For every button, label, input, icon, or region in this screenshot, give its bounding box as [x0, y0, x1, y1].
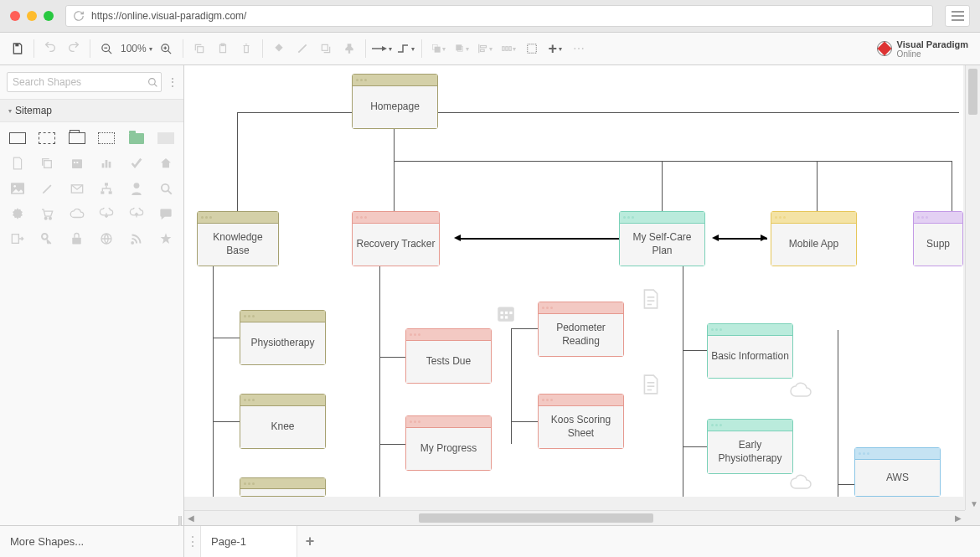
shape-user-icon[interactable] [127, 181, 146, 196]
svg-rect-19 [456, 44, 462, 50]
shape-cart-icon[interactable] [39, 206, 57, 221]
shape-exit-icon[interactable] [8, 231, 27, 246]
node-koos[interactable]: Koos Scoring Sheet [538, 394, 624, 449]
shape-home-icon[interactable] [157, 156, 176, 171]
shape-image-icon[interactable] [8, 181, 27, 196]
shape-gear-icon[interactable] [8, 206, 27, 221]
redo-icon[interactable] [63, 38, 85, 59]
paste-icon[interactable] [212, 38, 234, 59]
shape-key-icon[interactable] [39, 231, 57, 246]
connection-style-icon[interactable]: ▾ [371, 38, 393, 59]
to-back-icon[interactable]: ▾ [451, 38, 472, 59]
shape-sitemap-icon[interactable] [98, 181, 116, 196]
node-recovery-tracker[interactable]: Recovery Tracker [352, 211, 440, 266]
search-icon[interactable] [147, 77, 158, 88]
add-page-icon[interactable]: + [297, 533, 322, 550]
tab-handle-icon[interactable]: ⋮ [184, 526, 201, 557]
node-physiotherapy[interactable]: Physiotherapy [240, 310, 326, 365]
node-knee[interactable]: Knee [240, 394, 326, 449]
svg-rect-24 [502, 47, 503, 51]
url-bar[interactable] [65, 5, 933, 27]
shape-dotted-rect-icon[interactable] [98, 131, 116, 146]
node-my-progress[interactable]: My Progress [405, 415, 492, 471]
url-input[interactable] [91, 10, 926, 22]
minimize-window-icon[interactable] [27, 11, 37, 21]
shape-folder-icon[interactable] [127, 131, 146, 146]
shape-comment-icon[interactable] [157, 206, 176, 221]
close-window-icon[interactable] [10, 11, 20, 21]
horizontal-scrollbar[interactable]: ◀ ▶ [184, 510, 965, 525]
node-pedometer[interactable]: Pedometer Reading [538, 302, 624, 357]
zoom-out-icon[interactable] [95, 38, 117, 59]
sidebar-resize-handle[interactable] [0, 517, 183, 525]
zoom-level[interactable]: 100% ▾ [119, 43, 154, 54]
align-icon[interactable]: ▾ [474, 38, 496, 59]
diagram-canvas[interactable]: Homepage Knowledge Base Recovery Tracker… [184, 65, 963, 497]
format-painter-icon[interactable] [338, 38, 360, 59]
distribute-icon[interactable]: ▾ [498, 38, 519, 59]
more-icon[interactable]: ⋯ [568, 38, 590, 59]
document-decoration-icon [642, 288, 660, 310]
sidebar-options-icon[interactable]: ⋮ [167, 75, 177, 89]
shape-tab-rect-icon[interactable] [68, 131, 86, 146]
shape-rectangle-icon[interactable] [8, 131, 27, 146]
fill-color-icon[interactable] [268, 38, 290, 59]
shape-search-icon[interactable] [157, 181, 176, 196]
search-shapes-input[interactable] [7, 72, 162, 92]
undo-icon[interactable] [39, 38, 61, 59]
node-early-physio[interactable]: Early Physiotherapy [707, 419, 793, 474]
scroll-left-icon[interactable]: ◀ [188, 513, 194, 523]
shape-calendar-icon[interactable] [68, 156, 86, 171]
brand-subtitle: Online [897, 49, 968, 59]
waypoint-icon[interactable]: ▾ [395, 38, 416, 59]
shape-copy-icon[interactable] [39, 156, 57, 171]
shape-check-icon[interactable] [127, 156, 146, 171]
maximize-window-icon[interactable] [44, 11, 54, 21]
shape-chart-icon[interactable] [98, 156, 116, 171]
shape-cloud-down-icon[interactable] [98, 206, 116, 221]
zoom-in-icon[interactable] [156, 38, 178, 59]
shape-cloud-icon[interactable] [68, 206, 86, 221]
node-support[interactable]: Supp [913, 211, 963, 266]
hamburger-menu-icon[interactable] [945, 5, 970, 27]
scroll-down-icon[interactable]: ▼ [970, 499, 978, 508]
shape-star-icon[interactable] [157, 231, 176, 246]
scrollbar-thumb[interactable] [419, 513, 653, 523]
save-icon[interactable] [7, 38, 28, 59]
line-color-icon[interactable] [291, 38, 313, 59]
to-front-icon[interactable]: ▾ [427, 38, 449, 59]
node-partial[interactable] [240, 477, 326, 497]
node-self-care[interactable]: My Self-Care Plan [619, 211, 705, 266]
fit-icon[interactable] [521, 38, 543, 59]
node-homepage[interactable]: Homepage [352, 74, 438, 129]
shape-dashed-rect-icon[interactable] [39, 131, 57, 146]
brand-logo[interactable]: Visual Paradigm Online [877, 39, 973, 59]
delete-icon[interactable] [235, 38, 257, 59]
scrollbar-thumb[interactable] [968, 69, 977, 115]
svg-line-45 [168, 190, 171, 193]
svg-point-44 [162, 183, 169, 191]
shape-mail-icon[interactable] [68, 181, 86, 196]
node-basic-info[interactable]: Basic Information [707, 323, 793, 379]
shadow-icon[interactable] [315, 38, 337, 59]
reload-icon[interactable] [73, 10, 85, 22]
scroll-right-icon[interactable]: ▶ [955, 513, 962, 523]
copy-icon[interactable] [188, 38, 210, 59]
cloud-decoration-icon [789, 474, 812, 491]
shape-globe-icon[interactable] [98, 231, 116, 246]
shape-lock-icon[interactable] [68, 231, 86, 246]
node-tests-due[interactable]: Tests Due [405, 328, 492, 384]
vertical-scrollbar[interactable]: ▼ [965, 65, 980, 510]
shape-cloud-up-icon[interactable] [127, 206, 146, 221]
shape-rss-icon[interactable] [127, 231, 146, 246]
node-mobile-app[interactable]: Mobile App [771, 211, 857, 266]
add-icon[interactable]: +▾ [544, 38, 566, 59]
shape-doc-icon[interactable] [8, 156, 27, 171]
page-tab-1[interactable]: Page-1 [201, 526, 297, 557]
section-header-sitemap[interactable]: Sitemap [0, 99, 183, 122]
node-aws[interactable]: AWS [854, 447, 941, 497]
node-knowledge-base[interactable]: Knowledge Base [197, 211, 279, 266]
shape-plain-icon[interactable] [157, 131, 176, 146]
shape-pencil-icon[interactable] [39, 181, 57, 196]
more-shapes-button[interactable]: More Shapes... [0, 526, 184, 557]
